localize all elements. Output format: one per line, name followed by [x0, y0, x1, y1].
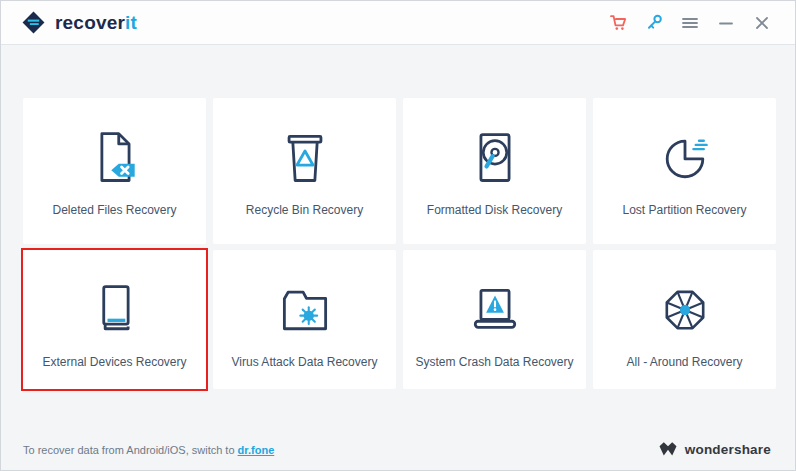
- wondershare-label: wondershare: [685, 442, 771, 457]
- recovery-mode-grid: Deleted Files Recovery Recycle Bin Recov…: [23, 98, 776, 389]
- card-deleted-files-recovery[interactable]: Deleted Files Recovery: [23, 98, 206, 244]
- hard-disk-icon: [465, 128, 525, 188]
- menu-icon: [681, 16, 699, 30]
- card-label: Virus Attack Data Recovery: [232, 355, 378, 369]
- minimize-icon: [718, 15, 734, 31]
- card-label: Deleted Files Recovery: [52, 203, 176, 217]
- external-drive-icon: [85, 280, 145, 340]
- all-around-wheel-icon: [655, 280, 715, 340]
- close-icon: [754, 15, 770, 31]
- crashed-laptop-icon: [465, 280, 525, 340]
- card-external-devices-recovery[interactable]: External Devices Recovery: [23, 250, 206, 389]
- wondershare-brand: wondershare: [658, 441, 771, 457]
- footer-text: To recover data from Android/iOS, switch…: [23, 444, 238, 456]
- titlebar-actions: [605, 10, 775, 36]
- recoverit-logo: recoverit: [21, 10, 137, 35]
- drfone-link[interactable]: dr.fone: [238, 444, 275, 456]
- wondershare-logo-icon: [658, 441, 678, 457]
- cart-button[interactable]: [605, 10, 631, 36]
- recoverit-window: { "titlebar": { "logo": { "text_primary"…: [0, 0, 796, 471]
- card-lost-partition-recovery[interactable]: Lost Partition Recovery: [593, 98, 776, 244]
- minimize-button[interactable]: [713, 10, 739, 36]
- cart-icon: [609, 13, 628, 32]
- card-virus-attack-data-recovery[interactable]: Virus Attack Data Recovery: [213, 250, 396, 389]
- card-label: All - Around Recovery: [626, 355, 742, 369]
- card-system-crash-data-recovery[interactable]: System Crash Data Recovery: [403, 250, 586, 389]
- virus-folder-icon: [275, 280, 335, 340]
- card-all-around-recovery[interactable]: All - Around Recovery: [593, 250, 776, 389]
- card-label: System Crash Data Recovery: [415, 355, 573, 369]
- recycle-bin-icon: [275, 128, 335, 188]
- card-recycle-bin-recovery[interactable]: Recycle Bin Recovery: [213, 98, 396, 244]
- card-formatted-disk-recovery[interactable]: Formatted Disk Recovery: [403, 98, 586, 244]
- deleted-file-icon: [85, 128, 145, 188]
- titlebar: recoverit: [1, 1, 795, 45]
- key-icon: [645, 13, 664, 32]
- card-label: Formatted Disk Recovery: [427, 203, 562, 217]
- close-button[interactable]: [749, 10, 775, 36]
- logo-text: recoverit: [55, 12, 137, 34]
- card-label: External Devices Recovery: [42, 355, 186, 369]
- footer-note: To recover data from Android/iOS, switch…: [23, 444, 274, 456]
- partition-pie-icon: [655, 128, 715, 188]
- menu-button[interactable]: [677, 10, 703, 36]
- key-button[interactable]: [641, 10, 667, 36]
- recoverit-diamond-icon: [21, 10, 46, 35]
- card-label: Lost Partition Recovery: [622, 203, 746, 217]
- card-label: Recycle Bin Recovery: [246, 203, 363, 217]
